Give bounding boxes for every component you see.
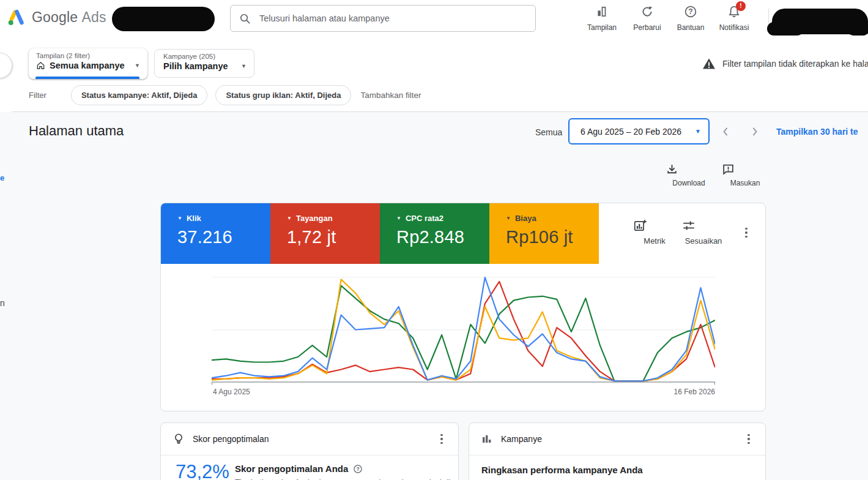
optimization-heading: Skor pengoptimalan Anda xyxy=(235,463,348,474)
scorecard-biaya[interactable]: ▼ Biaya Rp106 jt xyxy=(489,203,599,264)
optimization-card-menu[interactable] xyxy=(436,432,447,446)
date-next-button[interactable] xyxy=(747,124,762,139)
nav-notifications-button[interactable]: ! Notifikasi xyxy=(710,5,759,32)
warning-text: Filter tampilan tidak diterapkan ke hala xyxy=(722,59,868,69)
campaign-selector-label: Kampanye (205) xyxy=(163,53,247,60)
active-underline xyxy=(35,77,139,79)
chevron-down-icon: ▼ xyxy=(135,62,140,69)
nav-label: Perbarui xyxy=(623,23,672,32)
google-ads-logo[interactable]: GoogleAds xyxy=(6,8,106,26)
columns-chart-icon xyxy=(595,5,609,18)
metrics-label: Metrik xyxy=(633,236,676,246)
campaign-card-menu[interactable] xyxy=(743,432,754,446)
feedback-button[interactable]: Masukan xyxy=(722,163,768,187)
date-range-picker[interactable]: 6 Agu 2025 – 20 Feb 2026 ▼ xyxy=(568,118,710,144)
scorecard-tayangan[interactable]: ▼ Tayangan 1,72 jt xyxy=(270,203,380,264)
search-icon xyxy=(239,13,251,24)
nav-views-button[interactable]: Tampilan xyxy=(577,5,626,32)
optimization-card-title: Skor pengoptimalan xyxy=(193,434,269,444)
chart-series-klik xyxy=(212,277,715,381)
x-axis-start-label: 4 Agu 2025 xyxy=(213,388,250,396)
metrics-button[interactable]: Metrik xyxy=(633,219,676,246)
page-title: Halaman utama xyxy=(29,123,124,139)
chevron-down-icon: ▼ xyxy=(287,216,292,221)
scorecard-tabs: ▼ Klik 37.216 ▼ Tayangan 1,72 jt ▼ CPC r… xyxy=(161,203,599,264)
customize-button[interactable]: Sesuaikan xyxy=(682,219,725,246)
chevron-down-icon: ▼ xyxy=(177,216,182,221)
global-search[interactable] xyxy=(230,5,536,32)
chevron-down-icon: ▼ xyxy=(506,216,511,221)
performance-chart xyxy=(212,270,715,385)
view-selector-dropdown[interactable]: Tampilan (2 filter) Semua kampanye ▼ xyxy=(29,48,147,79)
search-input[interactable] xyxy=(258,13,527,24)
google-ads-app: GoogleAds Tampilan xyxy=(0,0,868,480)
filter-chip-campaign-status[interactable]: Status kampanye: Aktif, Dijeda xyxy=(71,85,208,105)
show-last-30-days-link[interactable]: Tampilkan 30 hari te xyxy=(776,127,868,137)
scorecard-label: Klik xyxy=(187,214,201,223)
nav-label: Tampilan xyxy=(577,23,626,32)
scorecard-value: 37.216 xyxy=(177,227,270,247)
help-circle-icon[interactable]: ? xyxy=(353,464,363,474)
x-axis-end-label: 16 Feb 2026 xyxy=(626,388,715,396)
home-icon xyxy=(36,61,45,70)
performance-overview-card: ▼ Klik 37.216 ▼ Tayangan 1,72 jt ▼ CPC r… xyxy=(160,203,766,411)
date-scope-label: Semua xyxy=(535,127,562,137)
scorecard-value: Rp2.848 xyxy=(396,227,489,247)
customize-label: Sesuaikan xyxy=(682,236,725,246)
download-icon xyxy=(666,163,712,176)
help-icon: ? xyxy=(684,5,697,18)
scorecard-cpc[interactable]: ▼ CPC rata2 Rp2.848 xyxy=(380,203,489,264)
chevron-down-icon: ▼ xyxy=(695,128,701,135)
date-prev-button[interactable] xyxy=(718,124,733,139)
nav-refresh-button[interactable]: Perbarui xyxy=(623,5,672,32)
feedback-label: Masukan xyxy=(722,179,768,187)
date-range-value: 6 Agu 2025 – 20 Feb 2026 xyxy=(581,127,681,137)
ads-logo-icon xyxy=(6,8,26,26)
campaign-card-title: Kampanye xyxy=(501,434,542,444)
view-selector-value: Semua kampanye xyxy=(50,61,125,70)
optimization-heading-row: Skor pengoptimalan Anda ? xyxy=(235,463,363,474)
scorecard-label: Biaya xyxy=(515,214,536,223)
refresh-icon xyxy=(640,5,654,18)
campaign-summary-heading: Ringkasan performa kampanye Anda xyxy=(481,465,643,475)
top-app-bar: GoogleAds Tampilan xyxy=(0,0,868,37)
svg-text:?: ? xyxy=(357,466,360,472)
svg-text:?: ? xyxy=(688,7,692,16)
nav-label: Notifikasi xyxy=(710,23,759,32)
scorecard-label: Tayangan xyxy=(296,214,333,223)
chevron-down-icon: ▼ xyxy=(396,216,401,221)
logo-text: GoogleAds xyxy=(32,9,106,26)
nav-label: Bantuan xyxy=(666,23,715,32)
clipped-text-fragment: n xyxy=(0,298,5,308)
nav-help-button[interactable]: ? Bantuan xyxy=(666,5,715,32)
notification-badge: ! xyxy=(736,1,746,11)
scorecard-value: Rp106 jt xyxy=(506,227,599,247)
tune-icon xyxy=(682,219,725,233)
campaign-card-header: Kampanye xyxy=(469,423,765,456)
optimization-score-value: 73,2% xyxy=(176,461,229,480)
scorecard-label: CPC rata2 xyxy=(406,214,443,223)
filter-row-label: Filter xyxy=(29,91,46,100)
view-selector-label: Tampilan (2 filter) xyxy=(36,52,140,59)
feedback-icon xyxy=(722,163,768,176)
scorecard-value: 1,72 jt xyxy=(287,227,380,247)
warning-icon xyxy=(702,58,716,70)
scorecard-klik[interactable]: ▼ Klik 37.216 xyxy=(161,203,270,264)
redacted-profile-area xyxy=(772,9,868,34)
download-button[interactable]: Download xyxy=(666,163,712,187)
campaign-selector-value: Pilih kampanye xyxy=(163,61,228,71)
campaign-summary-card: Kampanye Ringkasan performa kampanye And… xyxy=(469,422,766,480)
optimization-card-header: Skor pengoptimalan xyxy=(161,423,458,456)
view-filter-warning: Filter tampilan tidak diterapkan ke hala xyxy=(702,56,868,71)
collapsed-nav-toggle[interactable] xyxy=(0,53,12,78)
bell-icon: ! xyxy=(727,5,741,18)
clipped-text-fragment: e xyxy=(0,173,4,182)
chart-overflow-menu[interactable] xyxy=(741,226,752,239)
add-filter-button[interactable]: Tambahkan filter xyxy=(360,91,421,100)
filter-chip-adgroup-status[interactable]: Status grup iklan: Aktif, Dijeda xyxy=(215,85,351,105)
chart-series-cpc-rata2 xyxy=(212,286,715,381)
lightbulb-icon xyxy=(173,433,184,445)
optimization-score-card: Skor pengoptimalan 73,2% Skor pengoptima… xyxy=(160,422,459,480)
redacted-account-name xyxy=(112,7,215,31)
campaign-selector-dropdown[interactable]: Kampanye (205) Pilih kampanye ▼ xyxy=(154,49,254,78)
